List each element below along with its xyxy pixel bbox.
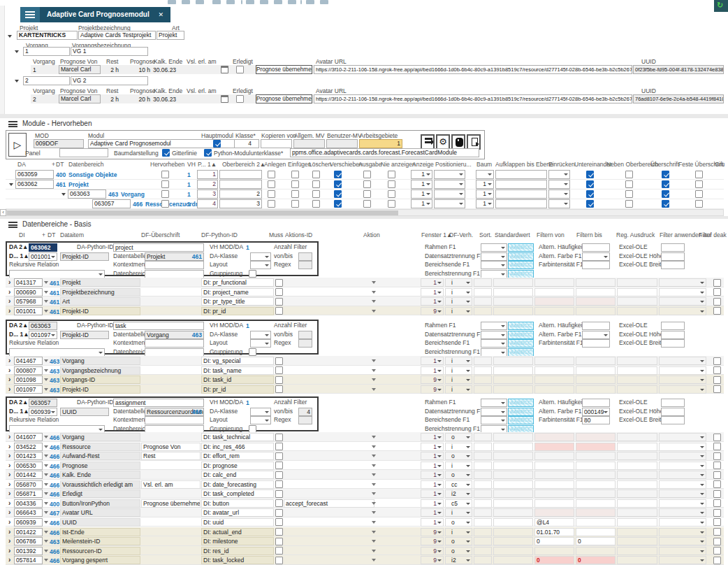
filtern-bis-cell[interactable] (576, 443, 616, 451)
di-id-field[interactable]: 001392 (14, 547, 43, 555)
prognose-von-field[interactable]: Marcel Carl (59, 94, 101, 103)
color-swatch-field[interactable]: AABBCC (508, 339, 534, 348)
expand-icon[interactable]: › (8, 298, 10, 305)
calendar-icon[interactable] (221, 66, 228, 73)
sort-cell[interactable] (474, 443, 492, 451)
chevron-down-icon[interactable] (44, 445, 48, 448)
filter-anwenden-select[interactable] (659, 462, 706, 470)
df-python-id-cell[interactable]: DI: task_id (201, 376, 274, 384)
di-id-field[interactable]: 006530 (14, 462, 43, 470)
fenster-select[interactable]: 9 (421, 528, 444, 536)
muss-checkbox[interactable] (275, 357, 283, 365)
reg-ausdruck-cell[interactable] (617, 433, 657, 441)
di-id-field[interactable]: 000807 (14, 366, 43, 375)
vorgang-id-field[interactable]: 1 (23, 47, 70, 56)
di-id-field[interactable]: 057814 (14, 556, 43, 564)
filtern-von-cell[interactable] (534, 443, 574, 451)
di-id-field[interactable]: 034522 (14, 443, 43, 451)
expand-icon[interactable]: › (8, 500, 10, 507)
panel-field[interactable] (59, 148, 108, 157)
muss-checkbox[interactable] (275, 288, 283, 296)
muss-checkbox[interactable] (275, 557, 283, 564)
regex-field[interactable] (298, 416, 312, 424)
loeschen-checkbox[interactable] (312, 200, 320, 208)
df-verhalten-select[interactable]: o (445, 433, 472, 441)
fenster-select[interactable]: 1 (421, 433, 444, 441)
neben-oberbereich-checkbox[interactable] (625, 180, 633, 188)
expand-icon[interactable]: › (8, 443, 10, 450)
excel-ole-breite-field[interactable] (661, 339, 685, 348)
reg-ausdruck-cell[interactable] (617, 366, 657, 375)
neben-oberbereich-checkbox[interactable] (625, 200, 633, 208)
reg-ausdruck-cell[interactable] (617, 357, 657, 365)
dataitem-name-cell[interactable]: Vorgang (60, 433, 140, 441)
di-id-field[interactable]: 001098 (14, 376, 43, 384)
expand-icon[interactable]: › (8, 529, 10, 536)
feste-ueberschrift-checkbox[interactable] (695, 200, 703, 208)
filter-deaktivieren-checkbox[interactable] (713, 538, 721, 545)
positionierung-select[interactable] (434, 180, 465, 189)
sort-cell[interactable] (474, 433, 492, 441)
expand-icon[interactable]: › (8, 557, 10, 564)
aktion-chevron-icon[interactable] (372, 559, 376, 562)
filter-anwenden-select[interactable] (659, 528, 706, 536)
df-verhalten-select[interactable]: i (445, 297, 472, 306)
neben-oberbereich-checkbox[interactable] (625, 171, 633, 178)
erledigt-checkbox[interactable] (236, 95, 244, 103)
chevron-down-icon[interactable] (44, 531, 48, 534)
chevron-down-icon[interactable] (44, 281, 48, 284)
filtern-bis-cell[interactable] (576, 489, 616, 498)
standardwert-cell[interactable] (493, 366, 533, 375)
df-verhalten-select[interactable]: i2 (445, 556, 472, 564)
aktion-chevron-icon[interactable] (372, 291, 376, 294)
sort-cell[interactable] (474, 480, 492, 489)
filter-deaktivieren-checkbox[interactable] (713, 490, 721, 498)
einfuegen-checkbox[interactable] (291, 180, 299, 188)
feste-ueberschrift-checkbox[interactable] (695, 171, 703, 178)
di-id-field[interactable]: 041317 (14, 278, 43, 287)
tab-adaptive-card-prognosemodul[interactable]: Adaptive Card Prognosemodul ✕ (40, 7, 170, 22)
toolbar-icon-fragment[interactable] (320, 0, 328, 4)
di-id-select[interactable]: 001097 (29, 331, 57, 339)
filter-anwenden-select[interactable] (659, 443, 706, 451)
mod-field[interactable]: 009DOF (34, 139, 84, 148)
df-python-id-cell[interactable]: DI: calc_end (201, 471, 274, 479)
corner-button[interactable]: ↻ (714, 0, 728, 12)
chevron-down-icon[interactable] (44, 502, 48, 505)
sort-cell[interactable] (474, 288, 492, 296)
hervorheben-checkbox[interactable] (161, 180, 169, 188)
expand-icon[interactable]: › (8, 509, 10, 516)
baum-select[interactable]: 1 (476, 180, 494, 189)
df-python-id-cell[interactable]: DI: task_technical (201, 433, 274, 441)
baum-select[interactable] (476, 170, 494, 179)
aktion-chevron-icon[interactable] (372, 436, 376, 438)
da-id-field[interactable]: 063062 (29, 243, 57, 252)
da-python-id-field[interactable]: task (113, 322, 204, 330)
aufklappen-field[interactable] (495, 189, 547, 199)
standardwert-cell[interactable] (493, 471, 533, 479)
sort-cell[interactable] (474, 518, 492, 527)
filter-anwenden-select[interactable] (659, 518, 706, 527)
ueberschrift-checkbox[interactable] (662, 171, 669, 178)
filtern-von-cell[interactable] (534, 471, 574, 479)
expand-icon[interactable]: › (8, 519, 10, 526)
filter-deaktivieren-checkbox[interactable] (713, 385, 721, 393)
dataitem-name-cell[interactable]: Projektbezeichnung (60, 288, 140, 296)
filtern-von-cell[interactable] (534, 288, 574, 296)
chevron-down-icon[interactable] (44, 521, 48, 524)
aktion-chevron-icon[interactable] (372, 531, 376, 534)
einruecken-select[interactable] (548, 170, 570, 179)
fenster-select[interactable]: 1 (421, 297, 444, 306)
von-bis-field[interactable] (298, 331, 312, 339)
filtern-bis-cell[interactable] (576, 288, 616, 296)
filtern-von-cell[interactable] (534, 452, 574, 460)
filter-deaktivieren-checkbox[interactable] (713, 357, 721, 365)
di-id-field[interactable]: 006786 (14, 537, 43, 545)
anlegen-checkbox[interactable] (268, 171, 275, 178)
chevron-down-icon[interactable] (44, 300, 48, 303)
filter-anwenden-select[interactable] (659, 537, 706, 545)
toolbar-icon-fragment[interactable] (182, 0, 190, 4)
fenster-select[interactable]: 1 (421, 499, 444, 508)
baum-select[interactable]: 1 (476, 189, 494, 199)
di-id-field[interactable]: 056871 (14, 489, 43, 498)
